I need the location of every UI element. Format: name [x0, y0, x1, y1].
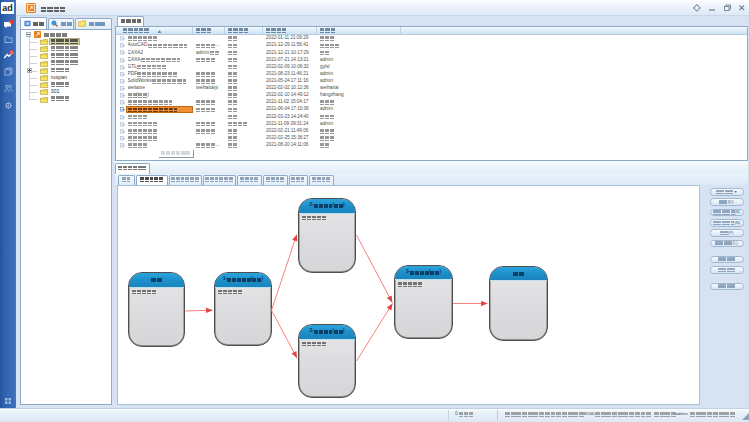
- svg-text:5: 5: [11, 51, 13, 55]
